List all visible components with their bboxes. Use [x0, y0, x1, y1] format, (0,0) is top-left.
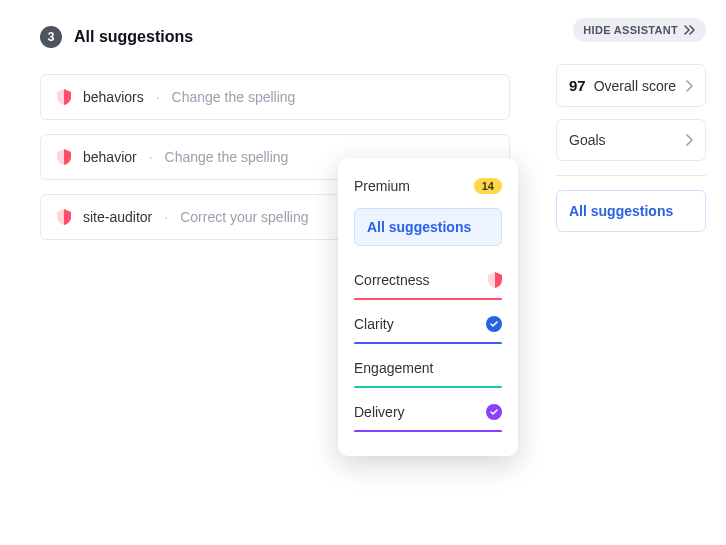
- overall-score-card[interactable]: 97 Overall score: [556, 64, 706, 107]
- sidebar-divider: [556, 175, 706, 176]
- double-chevron-right-icon: [684, 25, 696, 35]
- suggestion-word: behaviors: [83, 89, 144, 105]
- separator-dot: ·: [156, 89, 160, 105]
- sidebar-all-suggestions-button[interactable]: All suggestions: [556, 190, 706, 232]
- page-title: All suggestions: [74, 28, 193, 46]
- category-label: Delivery: [354, 404, 405, 420]
- suggestion-hint: Change the spelling: [172, 89, 296, 105]
- suggestion-word: site-auditor: [83, 209, 152, 225]
- category-label: Correctness: [354, 272, 429, 288]
- check-icon: [486, 316, 502, 332]
- category-delivery[interactable]: Delivery: [354, 394, 502, 432]
- category-popup: Premium 14 All suggestions Correctness C…: [338, 158, 518, 456]
- suggestion-count-badge: 3: [40, 26, 62, 48]
- category-engagement[interactable]: Engagement: [354, 350, 502, 388]
- separator-dot: ·: [164, 209, 168, 225]
- category-label: Clarity: [354, 316, 394, 332]
- shield-icon: [57, 149, 71, 165]
- suggestions-header: 3 All suggestions: [40, 26, 510, 48]
- category-clarity[interactable]: Clarity: [354, 306, 502, 344]
- sidebar: HIDE ASSISTANT 97 Overall score Goals Al…: [556, 18, 706, 232]
- chevron-right-icon: [685, 80, 693, 92]
- check-icon: [486, 404, 502, 420]
- suggestion-hint: Correct your spelling: [180, 209, 308, 225]
- score-value: 97: [569, 77, 586, 94]
- premium-row[interactable]: Premium 14: [354, 170, 502, 208]
- shield-icon: [57, 209, 71, 225]
- premium-count-badge: 14: [474, 178, 502, 194]
- category-underline: [354, 298, 502, 300]
- category-label: Engagement: [354, 360, 433, 376]
- suggestion-hint: Change the spelling: [165, 149, 289, 165]
- score-label: Overall score: [594, 78, 676, 94]
- hide-assistant-label: HIDE ASSISTANT: [583, 24, 678, 36]
- chevron-right-icon: [685, 134, 693, 146]
- all-suggestions-button[interactable]: All suggestions: [354, 208, 502, 246]
- goals-card[interactable]: Goals: [556, 119, 706, 161]
- goals-label: Goals: [569, 132, 606, 148]
- hide-assistant-button[interactable]: HIDE ASSISTANT: [573, 18, 706, 42]
- category-underline: [354, 386, 502, 388]
- premium-label: Premium: [354, 178, 410, 194]
- shield-icon: [488, 272, 502, 288]
- shield-icon: [57, 89, 71, 105]
- suggestion-word: behavior: [83, 149, 137, 165]
- category-underline: [354, 342, 502, 344]
- category-correctness[interactable]: Correctness: [354, 262, 502, 300]
- separator-dot: ·: [149, 149, 153, 165]
- suggestion-card[interactable]: behaviors · Change the spelling: [40, 74, 510, 120]
- category-underline: [354, 430, 502, 432]
